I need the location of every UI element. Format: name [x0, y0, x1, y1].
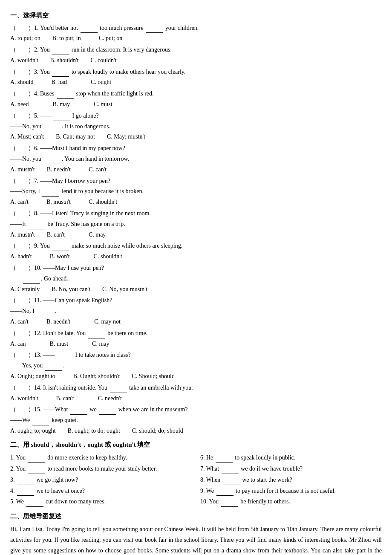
q13-dialogue: ——Yes, you .	[10, 361, 382, 371]
q4-options: A. need B. may C. must	[10, 99, 382, 110]
q14-options: A. wouldn't B. can't C. needn't	[10, 393, 382, 404]
fill-7: 7. What we do if we have trouble?	[200, 464, 382, 474]
q6-dialogue: ——No, you . You can hand in tomorrow.	[10, 154, 382, 164]
question-14: （ ）14. It isn't raining outside. You tak…	[10, 383, 382, 404]
question-10: （ ）10. ——May I use your pen? ——. Go ahea…	[10, 263, 382, 294]
fill-10: 10. You be friendly to others.	[200, 497, 382, 507]
q6-stem: （ ）6. ——Must I hand in my paper now?	[10, 143, 382, 153]
question-2: （ ）2. You run in the classroom. It is ve…	[10, 45, 382, 66]
question-3: （ ）3. You to speak loudly to make others…	[10, 67, 382, 88]
blank	[99, 414, 116, 415]
q13-stem: （ ）13. —— I to take notes in class?	[10, 350, 382, 360]
q1-options: A. to put; on B. to put; in C. put; on	[10, 33, 382, 43]
blank	[37, 316, 54, 316]
question-1: （ ）1. You'd better not too much pressure…	[10, 23, 382, 44]
question-4: （ ）4. Buses stop when the traffic light …	[10, 89, 382, 110]
question-7: （ ）7. ——May I borrow your pen? ——Sorry, …	[10, 176, 382, 207]
q6-options: A. mustn't B. needn't C. can't	[10, 165, 382, 175]
blank	[28, 462, 45, 463]
blank	[146, 32, 163, 33]
fill-right: 6. He to speak loudly in public. 7. What…	[200, 453, 382, 508]
blank	[44, 131, 61, 131]
blank	[32, 425, 49, 425]
blank	[221, 506, 238, 507]
q8-dialogue: ——It be Tracy. She has gone on a trip.	[10, 219, 382, 229]
question-6: （ ）6. ——Must I hand in my paper now? ——N…	[10, 143, 382, 174]
blank	[52, 76, 69, 77]
blank	[17, 485, 34, 485]
passage-text: Hi, I am Lisa. Today I'm going to tell y…	[10, 524, 382, 555]
q9-options: A. hadn't B. won't C. shouldn't	[10, 251, 382, 262]
question-13: （ ）13. —— I to take notes in class? ——Ye…	[10, 350, 382, 381]
fill-3: 3. we go right now?	[10, 475, 192, 485]
q2-options: A. wouldn't B. shouldn't C. couldn't	[10, 55, 382, 66]
q15-stem: （ ）15. ——What we when we are in the muse…	[10, 405, 382, 415]
q10-dialogue: ——. Go ahead.	[10, 274, 382, 284]
q5-stem: （ ）5. —— I go alone?	[10, 111, 382, 121]
blank	[57, 98, 74, 99]
q2-stem: （ ）2. You run in the classroom. It is ve…	[10, 45, 382, 55]
q11-stem: （ ）11. ——Can you speak English?	[10, 295, 382, 306]
fill-left: 1. You do more exercise to keep healthy.…	[10, 453, 192, 508]
q14-stem: （ ）14. It isn't raining outside. You tak…	[10, 383, 382, 393]
blank	[45, 370, 62, 371]
question-11: （ ）11. ——Can you speak English? ——No, I …	[10, 295, 382, 327]
q4-stem: （ ）4. Buses stop when the traffic light …	[10, 89, 382, 99]
q5-options: A. Must; can't B. Can; may not C. May; m…	[10, 132, 382, 142]
q12-stem: （ ）12. Don't be late. You be there on ti…	[10, 328, 382, 338]
blank	[56, 360, 73, 360]
blank	[223, 485, 240, 485]
question-15: （ ）15. ——What we when we are in the muse…	[10, 405, 382, 436]
fill-4: 4. we to leave at once?	[10, 486, 192, 496]
question-12: （ ）12. Don't be late. You be there on ti…	[10, 328, 382, 349]
fill-5: 5. We cut down too many trees.	[10, 497, 192, 507]
question-8: （ ）8. ——Listen! Tracy is singing in the …	[10, 208, 382, 240]
blank	[17, 495, 34, 496]
question-5: （ ）5. —— I go alone? ——No, you . It is t…	[10, 111, 382, 142]
section-3-title: 二、思维导图复述	[10, 511, 382, 522]
fill-9: 9. We to pay much for it because it is n…	[200, 486, 382, 496]
fill-6: 6. He to speak loudly in public.	[200, 453, 382, 463]
blank	[70, 414, 87, 415]
q1-stem: （ ）1. You'd better not too much pressure…	[10, 23, 382, 33]
q12-options: A. can B. must C. may	[10, 339, 382, 349]
section-1-title: 一、选择填空	[10, 10, 382, 21]
q11-options: A. can't B. needn't C. may not	[10, 317, 382, 327]
blank	[222, 474, 239, 474]
questions-list: （ ）1. You'd better not too much pressure…	[10, 23, 382, 436]
blank	[28, 229, 45, 229]
blank	[81, 32, 98, 33]
blank	[216, 495, 233, 496]
q7-dialogue: ——Sorry, I lend it to you because it is …	[10, 186, 382, 197]
fill-section: 1. You do more exercise to keep healthy.…	[10, 453, 382, 508]
blank	[44, 164, 61, 164]
q3-stem: （ ）3. You to speak loudly to make others…	[10, 67, 382, 77]
q10-options: A. Certainly B. No, you can't C. No, you…	[10, 284, 382, 295]
q9-stem: （ ）9. You make so much noise while other…	[10, 241, 382, 251]
q3-options: A. should B. had C. ought	[10, 77, 382, 87]
blank	[52, 55, 69, 55]
fill-8: 8. When we to start the work?	[200, 475, 382, 485]
section-2-title: 二、用 should，shouldn't，ought 或 oughtn't 填空	[10, 439, 382, 451]
q15-options: A. ought; to; ought B. ought; to do; oug…	[10, 426, 382, 436]
q7-options: A. can't B. mustn't C. shouldn't	[10, 197, 382, 207]
blank	[52, 251, 69, 251]
fill-2: 2. You to read more books to make your s…	[10, 464, 192, 474]
fill-1: 1. You do more exercise to keep healthy.	[10, 453, 192, 463]
q10-stem: （ ）10. ——May I use your pen?	[10, 263, 382, 273]
fill-grid: 1. You do more exercise to keep healthy.…	[10, 453, 382, 508]
q13-options: A. Ought; ought to B. Ought; shouldn't C…	[10, 371, 382, 382]
q7-stem: （ ）7. ——May I borrow your pen?	[10, 176, 382, 186]
blank	[110, 393, 127, 393]
q15-dialogue: ——We keep quiet.	[10, 415, 382, 425]
blank	[42, 196, 59, 197]
blank	[26, 506, 43, 507]
blank	[23, 283, 40, 284]
blank	[28, 474, 45, 474]
blank	[88, 338, 105, 338]
q8-stem: （ ）8. ——Listen! Tracy is singing in the …	[10, 208, 382, 219]
blank	[216, 462, 233, 463]
question-9: （ ）9. You make so much noise while other…	[10, 241, 382, 262]
q8-options: A. mustn't B. can't C. may	[10, 230, 382, 240]
q5-dialogue: ——No, you . It is too dangerous.	[10, 121, 382, 132]
